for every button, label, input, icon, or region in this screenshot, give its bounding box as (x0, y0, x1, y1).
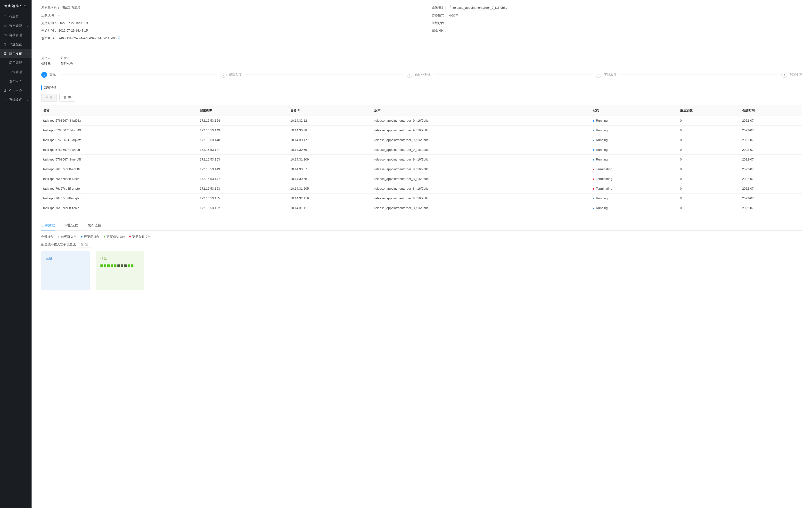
reject-reason-row: 拒绝原因： - (432, 20, 803, 26)
zone-dot-icon (114, 264, 116, 267)
release-id-row: 发布单ID： 9465cf31-02ec-4a94-af39-33dc5d11b… (41, 36, 412, 41)
step-label: 部署灰度 (229, 73, 242, 77)
user-icon (3, 89, 7, 92)
cell-created: 2022-07 (740, 155, 802, 164)
menu-job[interactable]: 作业配置 ⌄ (0, 40, 32, 49)
cell-name: task-rpc-76c67cb8ff-4g88r (41, 164, 198, 174)
step-auto-test[interactable]: 3 自动化测试 (407, 72, 431, 78)
cell-restarts: 0 (678, 203, 740, 213)
cell-status: Running (591, 155, 678, 164)
sidebar: 鲁班运维平台 仪表盘 资产管理 ⌄ 容器管理 ⌄ (0, 0, 32, 508)
config-button[interactable]: 配 置 (78, 242, 91, 247)
cell-name: task-rpc-576856748-bd98x (41, 116, 198, 125)
table-row[interactable]: task-rpc-76c67cb8ff-zcbjp 172.16.53.152 … (41, 203, 802, 213)
cell-status: Running (591, 116, 678, 125)
cell-name: task-rpc-576856748-bsp49 (41, 125, 198, 135)
submenu-release-apply[interactable]: 发布申请 (0, 77, 32, 86)
job-icon (3, 43, 7, 46)
status-dot-icon (593, 120, 594, 122)
step-deploy-prod[interactable]: 5 部署生产 (781, 72, 802, 78)
tab-approval-flow[interactable]: 审批流程 (64, 221, 78, 230)
svg-rect-6 (5, 52, 6, 53)
table-row[interactable]: task-rpc-76c67cb8ff-6fsc5 172.16.53.147 … (41, 174, 802, 183)
step-label: 下线灰度 (604, 73, 616, 77)
release-info: 发布单名称： 测试发布流程 上线说明： - 提交时间： 2022-07-27 1… (41, 0, 802, 48)
step-circle: 2 (221, 72, 227, 78)
developer-value: 鲁班七号 (60, 62, 73, 66)
start-time-row: 开始时间： 2022-07-29 14:41:15 (41, 28, 412, 33)
table-row[interactable]: task-rpc-576856748-dqvdz 172.16.53.148 1… (41, 135, 802, 145)
menu-label: 容器管理 (9, 33, 26, 37)
dashboard-icon (3, 15, 7, 18)
sidebar-menu: 仪表盘 资产管理 ⌄ 容器管理 ⌄ 作业配置 (0, 12, 32, 104)
cell-version: release_appointmentorder_9_f16f9b8c (372, 135, 591, 145)
chevron-down-icon: ⌄ (26, 43, 28, 46)
status-dot-icon (593, 140, 594, 141)
developer-label: 研发人 (60, 56, 73, 60)
complete-time-label: 完成时间： (432, 28, 447, 33)
submit-time-row: 提交时间： 2022-07-27 15:05:19 (41, 20, 412, 26)
menu-system-settings[interactable]: 系统设置 ⌄ (0, 95, 32, 104)
blue-zone-title: 蓝区 (46, 256, 85, 261)
table-row[interactable]: task-rpc-576856748-bsp49 172.16.53.149 1… (41, 125, 802, 135)
table-row[interactable]: task-rpc-576856748-bd98x 172.16.53.154 1… (41, 116, 802, 125)
step-approval[interactable]: 1 审批 (41, 72, 56, 78)
image-version-label: 镜像版本： (432, 5, 447, 10)
table-row[interactable]: task-rpc-76c67cb8ff-4g88r 172.16.53.149 … (41, 164, 802, 174)
cell-version: release_appointmentorder_9_f16f9b8c (372, 145, 591, 155)
reject-reason-value: - (449, 20, 450, 26)
zone-dot-icon (121, 264, 123, 267)
status-dot-icon (593, 178, 594, 180)
zone-dot-icon (107, 264, 110, 267)
menu-user-center[interactable]: 个人中心 ⌄ (0, 86, 32, 95)
step-label: 自动化测试 (415, 73, 431, 77)
menu-app-release[interactable]: 应用发布 ⌃ (0, 49, 32, 58)
tab-release-monitor[interactable]: 发布监控 (88, 221, 101, 230)
complete-time-value: - (449, 28, 450, 33)
step-line (60, 75, 217, 75)
submenu-env-manage[interactable]: 环境管理 (0, 68, 32, 77)
status-dot-icon (593, 188, 594, 189)
table-row[interactable]: task-rpc-576856748-m4c5l 172.16.53.153 1… (41, 155, 802, 164)
stat-success: 更新成功 3台 (104, 235, 125, 239)
cell-status: Running (591, 203, 678, 213)
cell-status: Running (591, 135, 678, 145)
cell-created: 2022-07 (740, 203, 802, 213)
menu-dashboard[interactable]: 仪表盘 (0, 12, 32, 22)
cell-created: 2022-07 (740, 116, 802, 125)
cell-container-ip: 10.14.30.37 (288, 164, 372, 174)
zone-dot-icon (131, 264, 134, 267)
cell-created: 2022-07 (740, 164, 802, 174)
cell-container-ip: 10.14.30.38 (288, 125, 372, 135)
step-circle: 5 (781, 72, 787, 78)
table-row[interactable]: task-rpc-576856748-l9bsh 172.16.53.147 1… (41, 145, 802, 155)
svg-rect-2 (6, 25, 7, 27)
cell-host-ip: 172.16.53.147 (198, 174, 288, 183)
cell-version: release_appointmentorder_9_f16f9b8c (372, 155, 591, 164)
table-row[interactable]: task-rpc-76c67cb8ff-gnptp 172.16.53.153 … (41, 183, 802, 193)
chevron-down-icon: ⌄ (26, 98, 28, 101)
cell-version: release_appointmentorder_8_f16f9b8c (372, 183, 591, 193)
copy-icon[interactable] (117, 36, 121, 39)
tab-workflow[interactable]: 工单流程 (41, 221, 55, 230)
menu-asset[interactable]: 资产管理 ⌄ (0, 22, 32, 31)
submenu-app-manage[interactable]: 应用管理 (0, 58, 32, 68)
status-dot-icon (593, 149, 594, 151)
zone-dot-icon (128, 264, 130, 267)
divider (41, 52, 802, 52)
complete-time-row: 完成时间： - (432, 28, 803, 33)
bars-icon (3, 24, 7, 28)
cell-status: Running (591, 145, 678, 155)
menu-container[interactable]: 容器管理 ⌄ (0, 31, 32, 40)
cell-created: 2022-07 (740, 183, 802, 193)
step-deploy-gray[interactable]: 2 部署灰度 (221, 72, 242, 78)
table-row[interactable]: task-rpc-76c67cb8ff-vqqbb 172.16.53.155 … (41, 193, 802, 203)
step-label: 审批 (49, 73, 56, 77)
step-offline-gray[interactable]: 4 下线灰度 (595, 72, 616, 78)
pause-button[interactable]: 暂 停 (59, 94, 75, 101)
cell-restarts: 0 (678, 164, 740, 174)
svg-point-10 (5, 99, 6, 100)
chevron-up-icon: ⌃ (26, 52, 28, 55)
cell-version: release_appointmentorder_8_f16f9b8c (372, 193, 591, 203)
stat-failed-label: 更新失败 0台 (132, 235, 151, 239)
